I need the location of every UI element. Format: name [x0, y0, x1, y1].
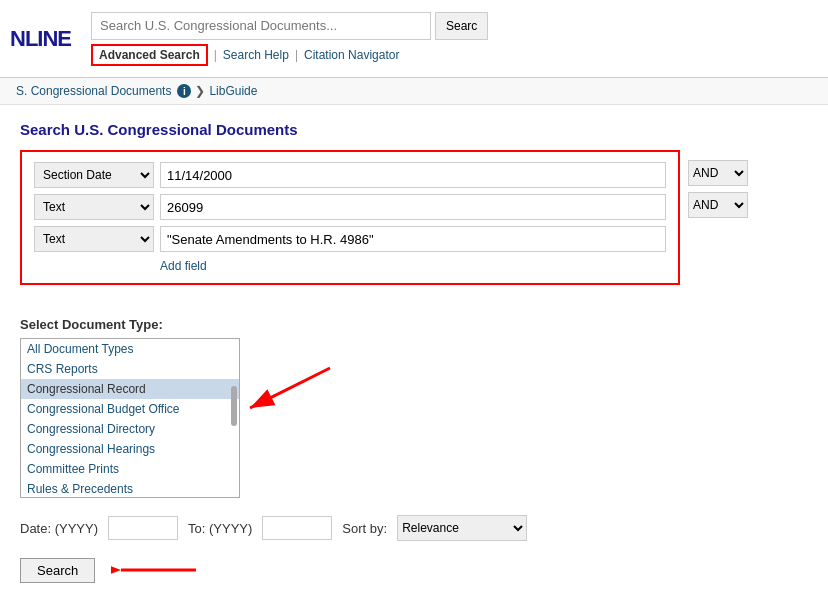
add-field-link[interactable]: Add field — [160, 259, 207, 273]
doc-type-all[interactable]: All Document Types — [21, 339, 239, 359]
breadcrumb-part2[interactable]: LibGuide — [209, 84, 257, 98]
main-content: Search U.S. Congressional Documents Sect… — [0, 105, 828, 605]
main-search-input[interactable] — [91, 12, 431, 40]
header-center: Searc Advanced Search | Search Help | Ci… — [91, 12, 818, 66]
search-field-row-3: Text Section Date Title — [34, 226, 666, 252]
breadcrumb: S. Congressional Documents i ❯ LibGuide — [0, 78, 828, 105]
and-col: AND OR NOT AND OR NOT — [688, 150, 748, 218]
sort-label: Sort by: — [342, 521, 387, 536]
search-bar-row: Searc — [91, 12, 818, 40]
search-arrow-annotation — [111, 555, 201, 585]
doc-type-directory[interactable]: Congressional Directory — [21, 419, 239, 439]
search-button-row: Search — [20, 555, 808, 585]
doc-type-hearings[interactable]: Congressional Hearings — [21, 439, 239, 459]
doc-type-rules[interactable]: Rules & Precedents — [21, 479, 239, 498]
date-from-label: Date: (YYYY) — [20, 521, 98, 536]
sort-select[interactable]: Relevance Date Title — [397, 515, 527, 541]
breadcrumb-arrow: ❯ — [195, 84, 205, 98]
search-help-link[interactable]: Search Help — [223, 48, 289, 62]
and-select-1[interactable]: AND OR NOT — [688, 160, 748, 186]
citation-navigator-link[interactable]: Citation Navigator — [304, 48, 399, 62]
field-input-3[interactable] — [160, 226, 666, 252]
header: NLINE Searc Advanced Search | Search Hel… — [0, 0, 828, 78]
field-type-select-3[interactable]: Text Section Date Title — [34, 226, 154, 252]
search-button[interactable]: Search — [20, 558, 95, 583]
date-to-input[interactable] — [262, 516, 332, 540]
search-field-row-1: Section Date Text Title — [34, 162, 666, 188]
doc-type-congressional-record[interactable]: Congressional Record — [21, 379, 239, 399]
field-input-2[interactable] — [160, 194, 666, 220]
doc-type-label: Select Document Type: — [20, 317, 808, 332]
field-type-select-1[interactable]: Section Date Text Title — [34, 162, 154, 188]
search-field-row-2: Text Section Date Title — [34, 194, 666, 220]
and-select-2[interactable]: AND OR NOT — [688, 192, 748, 218]
doc-type-section: Select Document Type: All Document Types… — [20, 317, 808, 501]
annotation-arrow — [240, 358, 340, 428]
doc-type-wrapper: All Document Types CRS Reports Congressi… — [20, 338, 240, 498]
date-from-input[interactable] — [108, 516, 178, 540]
header-search-button[interactable]: Searc — [435, 12, 488, 40]
nav-links: Advanced Search | Search Help | Citation… — [91, 44, 818, 66]
search-fields-box: Section Date Text Title Text Section Dat… — [20, 150, 680, 285]
breadcrumb-part1[interactable]: S. Congressional Documents — [16, 84, 171, 98]
doc-type-crs[interactable]: CRS Reports — [21, 359, 239, 379]
field-input-1[interactable] — [160, 162, 666, 188]
field-type-select-2[interactable]: Text Section Date Title — [34, 194, 154, 220]
nav-sep-1: | — [214, 48, 217, 62]
date-sort-row: Date: (YYYY) To: (YYYY) Sort by: Relevan… — [20, 515, 808, 541]
scrollbar-indicator — [231, 386, 237, 426]
search-fields-outer: Section Date Text Title Text Section Dat… — [20, 150, 808, 301]
doc-type-committee[interactable]: Committee Prints — [21, 459, 239, 479]
info-icon[interactable]: i — [177, 84, 191, 98]
date-to-label: To: (YYYY) — [188, 521, 252, 536]
nav-sep-2: | — [295, 48, 298, 62]
doc-type-cbo[interactable]: Congressional Budget Office — [21, 399, 239, 419]
doc-type-list[interactable]: All Document Types CRS Reports Congressi… — [20, 338, 240, 498]
section-title: Search U.S. Congressional Documents — [20, 121, 808, 138]
advanced-search-link[interactable]: Advanced Search — [91, 44, 208, 66]
svg-line-1 — [250, 368, 330, 408]
logo: NLINE — [10, 26, 71, 52]
